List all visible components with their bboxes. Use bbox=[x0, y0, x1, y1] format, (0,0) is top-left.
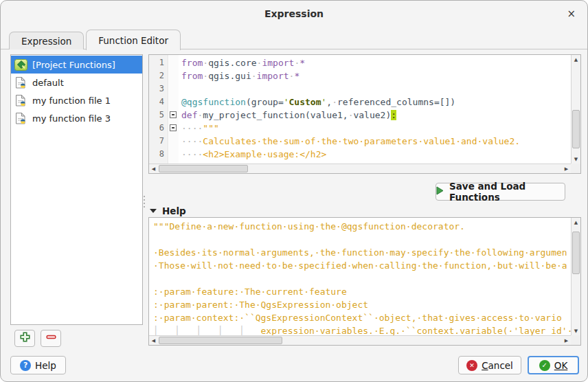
python-file-icon bbox=[14, 94, 27, 107]
help-horizontal-scrollbar[interactable]: ◀ ▶ bbox=[149, 335, 571, 345]
scroll-down-icon[interactable]: ▼ bbox=[572, 155, 580, 164]
function-file-item[interactable]: [Project Functions] bbox=[11, 56, 142, 74]
scroll-left-icon[interactable]: ◀ bbox=[149, 336, 158, 345]
fold-column bbox=[168, 122, 179, 135]
ok-button[interactable]: ✓ OK bbox=[528, 356, 579, 374]
help-text-line: ·Those·will·not·need·to·be·specified·whe… bbox=[153, 259, 571, 272]
play-icon bbox=[436, 186, 444, 197]
save-and-load-functions-button[interactable]: Save and Load Functions bbox=[436, 183, 565, 201]
add-function-file-button[interactable] bbox=[14, 330, 35, 347]
scroll-up-icon[interactable]: ▲ bbox=[572, 55, 580, 64]
help-text-line: :·param·feature:·The·current·feature bbox=[153, 285, 571, 298]
code-line[interactable]: 6····""" bbox=[149, 122, 571, 135]
cancel-button[interactable]: ✕ Cancel bbox=[458, 356, 521, 374]
line-number: 2 bbox=[149, 69, 168, 82]
scroll-up-icon[interactable]: ▲ bbox=[572, 218, 580, 227]
help-collapsible-header[interactable]: Help bbox=[150, 205, 186, 217]
code-line[interactable]: 8····<h2>Example·usage:</h2> bbox=[149, 148, 571, 161]
function-file-label: default bbox=[32, 78, 64, 88]
remove-function-file-button[interactable] bbox=[41, 330, 61, 347]
help-viewer[interactable]: """Define·a·new·function·using·the·@qgsf… bbox=[148, 217, 581, 346]
code-vertical-scrollbar[interactable]: ▲ ▼ bbox=[571, 55, 580, 164]
help-section-title: Help bbox=[162, 205, 186, 216]
fold-column bbox=[168, 82, 179, 95]
help-vertical-scrollbar[interactable]: ▲ ▼ bbox=[571, 218, 580, 335]
tab-bar: Expression Function Editor bbox=[9, 29, 183, 49]
function-file-label: my function file 1 bbox=[32, 95, 111, 106]
code-text: @qgsfunction(group='Custom',·referenced_… bbox=[179, 95, 455, 109]
cancel-button-label: Cancel bbox=[482, 360, 513, 371]
line-number: 8 bbox=[149, 148, 168, 161]
function-file-item[interactable]: default bbox=[11, 74, 142, 91]
code-viewport[interactable]: 1from·qgis.core·import·*2from·qgis.gui·i… bbox=[149, 55, 571, 164]
code-text: from·qgis.core·import·* bbox=[179, 56, 305, 69]
code-line[interactable]: 7····Calculates·the·sum·of·the·two·param… bbox=[149, 135, 571, 148]
line-number: 1 bbox=[149, 56, 168, 69]
line-number: 5 bbox=[149, 109, 168, 122]
scrollbar-thumb[interactable] bbox=[572, 110, 580, 148]
plus-icon bbox=[20, 332, 30, 345]
fold-column bbox=[168, 95, 179, 109]
help-text-line: """Define·a·new·function·using·the·@qgsf… bbox=[153, 220, 571, 233]
line-number: 6 bbox=[149, 122, 168, 135]
fold-column bbox=[168, 148, 179, 161]
function-file-label: my function file 3 bbox=[32, 113, 111, 124]
scrollbar-thumb[interactable] bbox=[572, 232, 580, 274]
help-text-line: ·Besides·its·normal·arguments,·the·funct… bbox=[153, 246, 571, 259]
check-icon: ✓ bbox=[539, 360, 550, 371]
scroll-right-icon[interactable]: ▶ bbox=[562, 336, 571, 345]
scroll-left-icon[interactable]: ◀ bbox=[149, 164, 158, 173]
help-viewport: """Define·a·new·function·using·the·@qgsf… bbox=[149, 218, 571, 335]
scroll-right-icon[interactable]: ▶ bbox=[562, 164, 571, 173]
save-and-load-functions-label: Save and Load Functions bbox=[449, 181, 565, 203]
ok-button-label: OK bbox=[554, 360, 567, 371]
dialog-title: Expression bbox=[1, 8, 587, 19]
tab-function-editor[interactable]: Function Editor bbox=[86, 30, 181, 50]
scrollbar-thumb[interactable] bbox=[159, 165, 248, 172]
code-text: ····Calculates·the·sum·of·the·two·parame… bbox=[179, 135, 520, 148]
question-icon: ? bbox=[20, 360, 31, 371]
code-line[interactable]: 4@qgsfunction(group='Custom',·referenced… bbox=[149, 95, 571, 109]
python-file-icon bbox=[14, 112, 27, 125]
help-text-line: :·param·parent:·The·QgsExpression·object bbox=[153, 298, 571, 311]
function-file-label: [Project Functions] bbox=[32, 60, 115, 70]
cross-icon: ✕ bbox=[466, 360, 477, 371]
code-editor[interactable]: 1from·qgis.core·import·*2from·qgis.gui·i… bbox=[148, 54, 581, 174]
expression-dialog: Expression × Expression Function Editor … bbox=[0, 0, 588, 382]
line-number: 7 bbox=[149, 135, 168, 148]
scroll-down-icon[interactable]: ▼ bbox=[572, 326, 580, 335]
titlebar[interactable]: Expression × bbox=[1, 1, 587, 28]
fold-collapse-icon[interactable] bbox=[170, 124, 177, 131]
fold-column bbox=[168, 135, 179, 148]
splitter-handle[interactable] bbox=[144, 196, 146, 207]
line-number: 3 bbox=[149, 82, 168, 95]
code-text: ····<h2>Example·usage:</h2> bbox=[179, 148, 326, 161]
code-text: ····""" bbox=[179, 122, 219, 135]
tab-expression[interactable]: Expression bbox=[9, 32, 84, 49]
scrollbar-thumb[interactable] bbox=[159, 337, 282, 344]
qgis-project-functions-icon bbox=[14, 58, 27, 71]
code-line[interactable]: 5def·my_project_function(value1,·value2)… bbox=[149, 109, 571, 122]
code-line[interactable]: 1from·qgis.core·import·* bbox=[149, 56, 571, 69]
function-file-item[interactable]: my function file 1 bbox=[11, 91, 142, 109]
code-text: from·qgis.gui·import·* bbox=[179, 69, 299, 82]
fold-collapse-icon[interactable] bbox=[170, 111, 177, 118]
scrollbar-corner bbox=[571, 335, 580, 345]
scrollbar-corner bbox=[571, 164, 580, 173]
code-line[interactable]: 3 bbox=[149, 82, 571, 95]
fold-column bbox=[168, 109, 179, 122]
help-text-line: │ │ │ │ │ expression·variables.·E.g.·``c… bbox=[153, 324, 571, 335]
code-line[interactable]: 2from·qgis.gui·import·* bbox=[149, 69, 571, 82]
function-file-list[interactable]: [Project Functions]defaultmy function fi… bbox=[10, 54, 143, 325]
close-icon[interactable]: × bbox=[567, 8, 576, 20]
help-button[interactable]: ? Help bbox=[10, 356, 66, 374]
code-text bbox=[179, 82, 181, 95]
minus-icon bbox=[46, 332, 56, 345]
fold-column bbox=[168, 69, 179, 82]
fold-column bbox=[168, 56, 179, 69]
function-file-item[interactable]: my function file 3 bbox=[11, 109, 142, 127]
code-horizontal-scrollbar[interactable]: ◀ ▶ bbox=[149, 164, 571, 173]
line-number: 4 bbox=[149, 95, 168, 109]
help-text-line: :·param·context:·``QgsExpressionContext`… bbox=[153, 311, 571, 324]
python-file-icon bbox=[14, 76, 27, 89]
